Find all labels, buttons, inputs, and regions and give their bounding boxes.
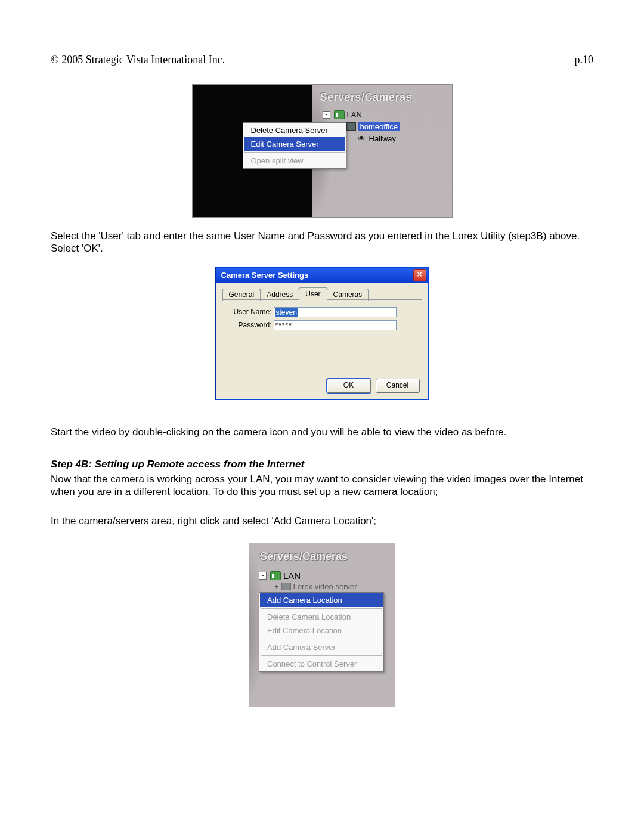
- tree-lan-label: LAN: [283, 571, 301, 581]
- server-icon: [281, 583, 291, 590]
- tree-node-lan[interactable]: - LAN: [323, 109, 400, 120]
- instruction-paragraph-4: In the camera/servers area, right click …: [51, 515, 593, 527]
- tree-camera-label: Hallway: [369, 134, 397, 143]
- menu-item-edit-server[interactable]: Edit Camera Server: [244, 137, 345, 151]
- input-password[interactable]: *****: [274, 320, 397, 330]
- tree-server-label: homeoffice: [358, 122, 400, 131]
- screenshot-context-menu-servers: Servers/Cameras - LAN homeoffice 👁 Hallw…: [192, 84, 453, 218]
- camera-server-settings-dialog: Camera Server Settings × General Address…: [216, 267, 429, 400]
- collapse-icon[interactable]: -: [259, 572, 267, 580]
- screenshot-add-camera-location: Servers/Cameras - LAN + Lorex video serv…: [249, 543, 395, 707]
- close-icon[interactable]: ×: [413, 269, 426, 281]
- dialog-title: Camera Server Settings: [221, 271, 309, 280]
- menu-item-edit-location: Edit Camera Location: [260, 624, 383, 637]
- context-menu-location: Add Camera Location Delete Camera Locati…: [259, 592, 384, 672]
- menu-item-delete-location: Delete Camera Location: [260, 610, 383, 624]
- menu-item-delete-server[interactable]: Delete Camera Server: [244, 123, 345, 137]
- page-number: p.10: [575, 54, 594, 66]
- panel-title: Servers/Cameras: [260, 550, 348, 563]
- cancel-button[interactable]: Cancel: [376, 379, 420, 393]
- label-username: User Name:: [231, 308, 272, 316]
- tab-user[interactable]: User: [299, 287, 327, 300]
- instruction-paragraph-3: Now that the camera is working across yo…: [51, 473, 593, 498]
- server-icon: [346, 122, 356, 131]
- menu-item-add-location[interactable]: Add Camera Location: [260, 593, 383, 607]
- lan-icon: [270, 571, 281, 580]
- tree-lan-label: LAN: [347, 110, 362, 119]
- dialog-titlebar[interactable]: Camera Server Settings ×: [216, 268, 428, 283]
- menu-separator: [261, 655, 382, 656]
- menu-separator: [244, 152, 345, 153]
- step-4b-heading: Step 4B: Setting up Remote access from t…: [51, 459, 593, 470]
- label-password: Password:: [231, 321, 272, 329]
- panel-title: Servers/Cameras: [320, 91, 439, 104]
- lan-icon: [334, 110, 345, 119]
- context-menu-server: Delete Camera Server Edit Camera Server …: [243, 122, 346, 169]
- ok-button[interactable]: OK: [327, 379, 371, 393]
- menu-separator: [261, 608, 382, 609]
- menu-separator: [261, 639, 382, 639]
- instruction-paragraph-2: Start the video by double-clicking on th…: [51, 426, 593, 438]
- tree-server-label: Lorex video server: [293, 583, 357, 591]
- input-username[interactable]: steven: [274, 307, 397, 317]
- tree-node-homeoffice[interactable]: homeoffice: [346, 120, 400, 132]
- collapse-icon[interactable]: -: [323, 111, 330, 119]
- menu-item-connect-control: Connect to Control Server: [260, 657, 383, 671]
- tree-node-hallway[interactable]: 👁 Hallway: [357, 132, 400, 144]
- camera-icon: 👁: [357, 134, 367, 143]
- tree-node-lan[interactable]: - LAN: [259, 569, 357, 583]
- tree-node-server-partial[interactable]: + Lorex video server: [274, 583, 357, 591]
- instruction-paragraph-1: Select the 'User' tab and enter the same…: [51, 230, 593, 255]
- copyright-text: © 2005 Strategic Vista International Inc…: [51, 54, 225, 66]
- menu-item-add-server: Add Camera Server: [260, 640, 383, 654]
- menu-item-open-split: Open split view: [244, 154, 345, 168]
